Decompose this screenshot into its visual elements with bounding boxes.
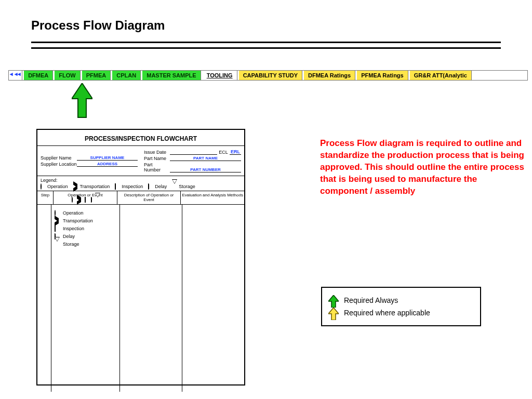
legend-storage: Storage	[179, 184, 195, 189]
legend-title: Legend:	[41, 178, 241, 183]
tab-tooling[interactable]: TOOLING	[203, 71, 237, 80]
key-legend-box: Required Always Required where applicabl…	[321, 287, 481, 326]
erl-value: ERL	[230, 149, 241, 155]
legend-inspection: Inspection	[122, 184, 143, 189]
tab-master-sample[interactable]: MASTER SAMPLE	[142, 71, 201, 80]
issue-date-value	[170, 154, 217, 155]
legend-operation: Operation	[47, 184, 68, 189]
col-step: Step	[37, 191, 54, 204]
arrow-pointer-icon	[72, 83, 92, 122]
title-rule	[31, 42, 501, 49]
body-inspection: Inspection	[63, 226, 84, 231]
part-name-value: PART NAME	[170, 156, 241, 161]
part-number-value: PART NUMBER	[170, 167, 241, 172]
body-delay: Delay	[63, 234, 75, 239]
legend-delay: Delay	[155, 184, 167, 189]
supplier-loc-label: Supplier Location	[41, 162, 77, 167]
col-op-event: Operation or Event	[54, 191, 117, 204]
svg-marker-1	[328, 295, 339, 308]
arrow-up-yellow-icon	[328, 308, 339, 318]
form-title: PROCESS/INSPECTION FLOWCHART	[37, 130, 244, 146]
supplier-name-value: SUPPLIER NAME	[77, 155, 138, 161]
key-always-label: Required Always	[344, 296, 398, 304]
supplier-loc-value: ADDRESS	[77, 162, 138, 167]
tab-flow[interactable]: FLOW	[55, 71, 80, 80]
part-name-label: Part Name	[144, 156, 170, 161]
svg-marker-2	[328, 308, 339, 320]
key-applicable-label: Required where applicable	[344, 309, 430, 317]
tab-pfmea[interactable]: PFMEA	[82, 71, 111, 80]
part-number-label: Part Number	[144, 162, 170, 172]
body-operation: Operation	[63, 210, 84, 216]
col-description: Description of Operation or Event	[117, 191, 181, 204]
body-transport: Transportation	[63, 218, 93, 223]
tab-grr[interactable]: GR&R ATT(Analytic	[410, 71, 472, 80]
ecl-label: ECL	[217, 150, 230, 155]
col-evaluation: Evaluation and Analysis Methods	[181, 191, 244, 204]
tab-nav-buttons[interactable]: ◂ ◂◂	[9, 71, 22, 80]
legend-transport: Transportation	[80, 184, 110, 189]
tab-dfmea[interactable]: DFMEA	[24, 71, 53, 80]
tab-pfmea-ratings[interactable]: PFMEA Ratings	[357, 71, 408, 80]
page-title: Process Flow Diagram	[31, 18, 165, 33]
arrow-up-green-icon	[328, 295, 339, 305]
form-legend: Legend: Operation Transportation Inspect…	[37, 176, 244, 191]
body-storage: Storage	[63, 242, 79, 247]
tab-dfmea-ratings[interactable]: DFMEA Ratings	[304, 71, 355, 80]
description-text: Process Flow diagram is required to outl…	[320, 138, 525, 197]
issue-date-label: Issue Date	[144, 150, 170, 155]
form-column-headers: Step Operation or Event Description of O…	[37, 191, 244, 205]
worksheet-tabbar: ◂ ◂◂ DFMEA FLOW PFMEA CPLAN MASTER SAMPL…	[8, 70, 528, 81]
svg-marker-0	[72, 83, 92, 117]
tab-capability[interactable]: CAPABILITY STUDY	[239, 71, 302, 80]
tab-cplan[interactable]: CPLAN	[112, 71, 141, 80]
supplier-name-label: Supplier Name	[41, 155, 77, 161]
flowchart-form: PROCESS/INSPECTION FLOWCHART Supplier Na…	[36, 129, 245, 385]
